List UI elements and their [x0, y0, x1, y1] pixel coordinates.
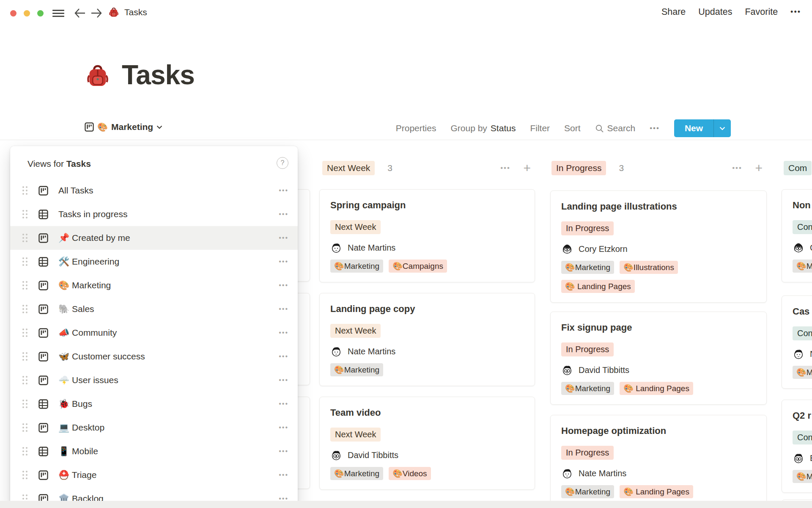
drag-handle-icon[interactable] — [22, 185, 29, 196]
group-by-button[interactable]: Group byStatus — [450, 123, 516, 133]
card-team-video[interactable]: Team video Next Week David Tibbitts 🎨Mar… — [319, 397, 535, 490]
card-partial[interactable]: Non Con C 🎨M — [782, 189, 812, 282]
view-row-mobile[interactable]: 📱 Mobile ••• — [10, 439, 298, 463]
assignee: E — [793, 452, 812, 464]
help-icon[interactable]: ? — [277, 157, 288, 169]
view-row-tasks-in-progress[interactable]: Tasks in progress ••• — [10, 202, 298, 226]
drag-handle-icon[interactable] — [22, 375, 29, 386]
drag-handle-icon[interactable] — [22, 209, 29, 220]
back-arrow-icon[interactable] — [74, 8, 86, 19]
more-menu-icon[interactable]: ••• — [790, 8, 801, 17]
updates-button[interactable]: Updates — [698, 7, 732, 17]
drag-handle-icon[interactable] — [22, 422, 29, 433]
page-icon-backpack[interactable] — [85, 63, 110, 89]
column-add-icon[interactable]: + — [755, 162, 763, 174]
status-badge: Con — [793, 220, 812, 234]
new-button[interactable]: New — [674, 119, 731, 137]
filter-button[interactable]: Filter — [530, 123, 550, 133]
sidebar-menu-icon[interactable] — [52, 10, 64, 17]
card-landing-page-copy[interactable]: Landing page copy Next Week Nate Martins… — [319, 293, 535, 386]
drag-handle-icon[interactable] — [22, 232, 29, 243]
view-row-community[interactable]: 📣 Community ••• — [10, 321, 298, 345]
view-row-marketing[interactable]: 🎨 Marketing ••• — [10, 273, 298, 297]
card-homepage-optimization[interactable]: Homepage optimization In Progress Nate M… — [550, 415, 767, 508]
more-icon[interactable]: ••• — [279, 471, 288, 479]
view-label: 📣 Community — [58, 328, 117, 338]
tag: 🎨Illustrations — [620, 261, 678, 274]
more-icon[interactable]: ••• — [279, 258, 288, 265]
view-row-created-by-me[interactable]: 📌 Created by me ••• — [10, 226, 298, 250]
column-more-icon[interactable]: ••• — [500, 164, 510, 172]
close-window-button[interactable] — [10, 10, 16, 17]
more-icon[interactable]: ••• — [279, 305, 288, 313]
column-status-badge[interactable]: Next Week — [322, 161, 375, 175]
forward-arrow-icon[interactable] — [90, 8, 103, 19]
views-popup-title-subject: Tasks — [66, 159, 91, 168]
more-icon[interactable]: ••• — [279, 376, 288, 384]
view-row-all-tasks[interactable]: All Tasks ••• — [10, 179, 298, 202]
view-emoji: 🎨 — [97, 122, 108, 132]
drag-handle-icon[interactable] — [22, 280, 29, 291]
column-more-icon[interactable]: ••• — [732, 164, 742, 172]
column-add-icon[interactable]: + — [523, 162, 531, 174]
view-row-engineering[interactable]: 🛠️ Engineering ••• — [10, 250, 298, 273]
drag-handle-icon[interactable] — [22, 469, 29, 480]
more-icon[interactable]: ••• — [279, 329, 288, 337]
drag-handle-icon[interactable] — [22, 327, 29, 338]
card-fix-signup-page[interactable]: Fix signup page In Progress David Tibbit… — [550, 312, 767, 405]
view-row-customer-success[interactable]: 🦋 Customer success ••• — [10, 345, 298, 368]
tag: 🎨 Landing Pages — [620, 485, 693, 498]
avatar — [330, 345, 342, 357]
properties-button[interactable]: Properties — [396, 123, 436, 133]
board-view-icon — [38, 375, 48, 385]
favorite-button[interactable]: Favorite — [745, 7, 778, 17]
card-landing-page-illustrations[interactable]: Landing page illustrations In Progress C… — [550, 190, 767, 303]
more-icon[interactable]: ••• — [279, 424, 288, 431]
view-row-user-issues[interactable]: 🌩️ User issues ••• — [10, 368, 298, 392]
drag-handle-icon[interactable] — [22, 304, 29, 315]
breadcrumb-title: Tasks — [124, 7, 147, 17]
drag-handle-icon[interactable] — [22, 351, 29, 362]
avatar — [561, 243, 573, 255]
card-partial[interactable]: Q2 r Con E 🎨M — [782, 400, 812, 493]
card-partial[interactable]: Cas Con N 🎨M — [782, 295, 812, 389]
drag-handle-icon[interactable] — [22, 256, 29, 267]
new-dropdown-chevron-icon[interactable] — [714, 127, 731, 130]
more-icon[interactable]: ••• — [279, 400, 288, 408]
view-selector[interactable]: 🎨 Marketing — [85, 122, 162, 132]
card-spring-campaign[interactable]: Spring campaign Next Week Nate Martins 🎨… — [319, 189, 535, 282]
zoom-window-button[interactable] — [37, 10, 44, 17]
column-status-badge[interactable]: In Progress — [551, 161, 606, 175]
card-title: Team video — [330, 406, 524, 419]
drag-handle-icon[interactable] — [22, 446, 29, 457]
column-header: Next Week 3 ••• + — [319, 160, 535, 176]
view-row-bugs[interactable]: 🐞 Bugs ••• — [10, 392, 298, 416]
more-icon[interactable]: ••• — [279, 447, 288, 455]
view-label: 🐘 Sales — [58, 304, 94, 314]
tag: 🎨 Landing Pages — [620, 382, 693, 395]
view-row-desktop[interactable]: 💻 Desktop ••• — [10, 416, 298, 439]
assignee: N — [793, 348, 812, 360]
toolbar-more-icon[interactable]: ••• — [650, 124, 660, 133]
more-icon[interactable]: ••• — [279, 187, 288, 194]
view-row-sales[interactable]: 🐘 Sales ••• — [10, 297, 298, 321]
view-label: 📱 Mobile — [58, 446, 98, 456]
more-icon[interactable]: ••• — [279, 353, 288, 360]
view-row-triage[interactable]: ⛑️ Triage ••• — [10, 463, 298, 487]
view-label: 📌 Created by me — [58, 233, 130, 243]
page-title[interactable]: Tasks — [122, 59, 195, 91]
card-title: Fix signup page — [561, 321, 756, 334]
drag-handle-icon[interactable] — [22, 398, 29, 409]
more-icon[interactable]: ••• — [279, 234, 288, 242]
sort-button[interactable]: Sort — [564, 123, 581, 133]
horizontal-scrollbar[interactable] — [0, 501, 812, 508]
tag: 🎨M — [793, 260, 812, 273]
chevron-down-icon — [156, 125, 162, 129]
search-button[interactable]: Search — [595, 123, 636, 133]
more-icon[interactable]: ••• — [279, 282, 288, 289]
share-button[interactable]: Share — [661, 7, 686, 17]
breadcrumb[interactable]: Tasks — [108, 7, 147, 18]
minimize-window-button[interactable] — [24, 10, 30, 17]
column-status-badge[interactable]: Com — [784, 161, 812, 175]
more-icon[interactable]: ••• — [279, 210, 288, 218]
